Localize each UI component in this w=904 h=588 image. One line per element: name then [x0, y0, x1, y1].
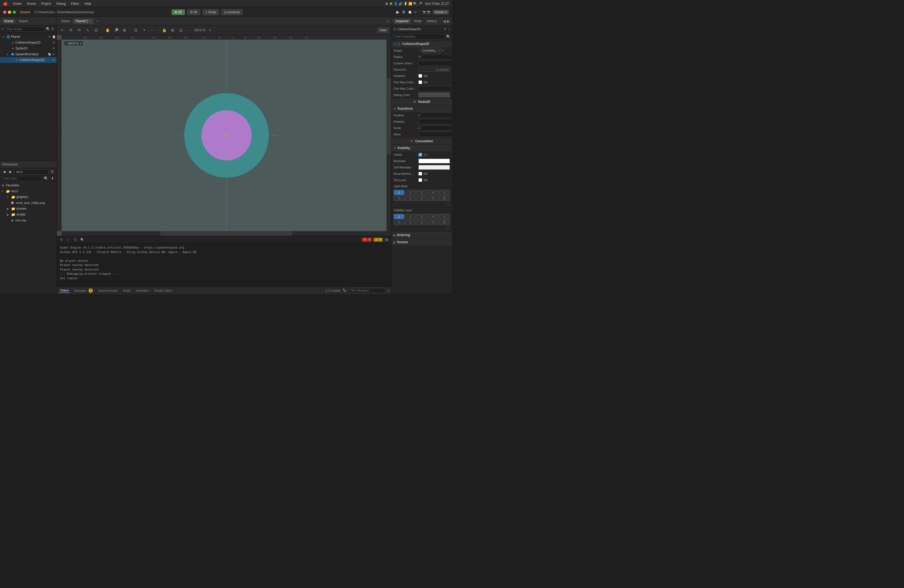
scripts-arrow[interactable]: ▶: [7, 213, 10, 216]
vl-btn-4[interactable]: 4: [428, 214, 439, 219]
scrollbar-horizontal[interactable]: [62, 231, 391, 236]
position-x-input[interactable]: 0: [420, 113, 452, 118]
scale-x-input[interactable]: 1: [420, 125, 452, 131]
zoom-out-button[interactable]: -: [186, 27, 193, 33]
fs-item-res[interactable]: ▾ 📁 res://: [0, 188, 57, 194]
tab-game[interactable]: Game: [58, 18, 73, 24]
disabled-checkbox[interactable]: [419, 74, 422, 78]
filesystem-divider[interactable]: FileSystem ⋮: [0, 161, 57, 168]
bottom-tab-shader[interactable]: Shader Editor: [153, 288, 173, 293]
menu-project[interactable]: Project: [39, 1, 53, 6]
menu-godot[interactable]: Godot: [11, 1, 24, 6]
one-way-collision-2-input[interactable]: 1: [419, 86, 452, 91]
close-button[interactable]: [3, 11, 6, 14]
planet-visibility-icon[interactable]: 👁: [47, 35, 51, 39]
tab-scene[interactable]: Scene: [2, 19, 15, 24]
mode-2d[interactable]: ⊞ 2D: [172, 9, 185, 15]
collision1-visibility-icon[interactable]: 👁: [52, 41, 55, 44]
custom-solver-input[interactable]: 0: [419, 60, 452, 66]
fs-item-icon-svg[interactable]: ◈ icon.svg: [0, 217, 57, 223]
inspector-options-button[interactable]: ⋮: [447, 27, 450, 31]
lm-btn-2[interactable]: 2: [405, 190, 416, 195]
fs-item-scenes[interactable]: ▶ 📁 scenes: [0, 206, 57, 212]
tab-add-button[interactable]: +: [94, 18, 100, 24]
minimize-button[interactable]: [8, 11, 11, 14]
lm-btn-6[interactable]: 6: [394, 196, 405, 201]
log-search-button[interactable]: 🔍: [79, 237, 85, 242]
texture-header[interactable]: ▶ Texture: [392, 239, 452, 246]
add-node-button[interactable]: +: [2, 27, 4, 32]
rotation-input[interactable]: 0: [419, 119, 452, 124]
inspector-collapse-button[interactable]: ▾: [444, 27, 446, 31]
collision2-visibility-icon[interactable]: 👁: [52, 58, 55, 62]
vl-btn-2[interactable]: 2: [405, 214, 416, 219]
spawn-boundary-visibility-icon[interactable]: 👁: [52, 52, 55, 56]
radius-reset-button[interactable]: ↻: [419, 55, 421, 59]
one-way-checkbox-1[interactable]: [419, 81, 422, 84]
anchor-tool[interactable]: ⌖: [141, 27, 148, 33]
tab-planet-close[interactable]: ✕: [89, 20, 91, 22]
lm-btn-5[interactable]: 5: [439, 190, 450, 195]
zoom-plus-corner-icon[interactable]: +: [79, 42, 81, 45]
mode-3d[interactable]: ⊟ 3D: [187, 9, 201, 15]
fs-sort-button[interactable]: ⬇: [50, 176, 55, 181]
show-behind-checkbox[interactable]: [419, 172, 422, 175]
tab-import[interactable]: Import: [17, 19, 30, 24]
tab-planet[interactable]: Planet(*) ✕: [73, 18, 94, 24]
filter-search-icon[interactable]: 🔍: [446, 35, 450, 39]
scale-tool[interactable]: ⤡: [84, 27, 91, 33]
tab-node[interactable]: Node: [412, 19, 424, 24]
res-arrow[interactable]: ▾: [2, 190, 5, 193]
rotate-tool[interactable]: ↻: [76, 27, 83, 33]
vl-btn-9[interactable]: 9: [428, 220, 439, 225]
lm-btn-1[interactable]: 1: [394, 190, 405, 195]
filter-button[interactable]: 🔍: [46, 27, 50, 32]
log-upload-button[interactable]: ⬆: [59, 237, 64, 242]
canvas-area[interactable]: -450 -400 -350 -300 -250 -200 -150 -100 …: [57, 35, 391, 236]
pan-tool[interactable]: ✋: [104, 27, 111, 33]
zoom-in-button[interactable]: +: [207, 27, 213, 33]
view-button[interactable]: View: [377, 27, 389, 33]
vl-btn-8[interactable]: 8: [416, 220, 427, 225]
node2d-section-header[interactable]: ⊙ Node2D: [392, 98, 452, 105]
layout-tool[interactable]: ⊡: [133, 27, 139, 33]
vl-btn-6[interactable]: 6: [394, 220, 405, 225]
sprite2d-visibility-icon[interactable]: 👁: [52, 47, 55, 50]
resource-badge[interactable]: (1 change): [419, 68, 450, 72]
radius-handle-dot[interactable]: [273, 134, 275, 136]
canvas-content[interactable]: ✛: [62, 40, 391, 231]
planet-script-icon[interactable]: 📜: [52, 35, 55, 39]
menu-editor[interactable]: Editor: [69, 1, 81, 6]
play-button[interactable]: ▶: [396, 9, 400, 14]
zoom-tool[interactable]: 🔎: [112, 27, 120, 33]
radius-input[interactable]: 150: [422, 54, 452, 60]
fs-path[interactable]: res://: [14, 169, 49, 174]
vl-btn-3[interactable]: 3: [416, 214, 427, 219]
debug-color-swatch[interactable]: [419, 93, 450, 97]
select-tool[interactable]: ↖: [59, 27, 66, 33]
mode-script[interactable]: ⎆ Script: [202, 9, 219, 15]
menu-debug[interactable]: Debug: [54, 1, 68, 6]
inspector-forward-button[interactable]: ▶: [447, 19, 450, 23]
log-filter-input[interactable]: [348, 288, 386, 293]
stop-button[interactable]: ⏹: [408, 10, 412, 14]
filter-properties-input[interactable]: [393, 34, 445, 39]
scenes-arrow[interactable]: ▶: [7, 207, 10, 210]
scene-extra-button[interactable]: ↻: [51, 27, 54, 32]
move-tool[interactable]: ✛: [67, 27, 74, 33]
log-expand-button[interactable]: ⤢: [66, 237, 71, 242]
collision-shape-header[interactable]: ▼ ⬡ CollisionShape2D: [392, 40, 452, 47]
transform-header[interactable]: ▼ Transform: [392, 105, 452, 112]
vl-btn-5[interactable]: 5: [439, 214, 450, 219]
snap-tool[interactable]: ⊞: [121, 27, 128, 33]
spawn-boundary-signal-icon[interactable]: 📡: [47, 52, 51, 56]
modulate-swatch[interactable]: [419, 159, 450, 163]
lm-btn-4[interactable]: 4: [428, 190, 439, 195]
lm-btn-8[interactable]: 8: [416, 196, 427, 201]
skew-input[interactable]: -0: [419, 132, 452, 137]
pause-button[interactable]: ⏸: [401, 10, 406, 14]
visibility-layer-options[interactable]: ⋮: [446, 226, 450, 230]
tab-inspector[interactable]: Inspector: [394, 19, 411, 24]
menu-help[interactable]: Help: [82, 1, 93, 6]
tab-history[interactable]: History: [425, 19, 439, 24]
